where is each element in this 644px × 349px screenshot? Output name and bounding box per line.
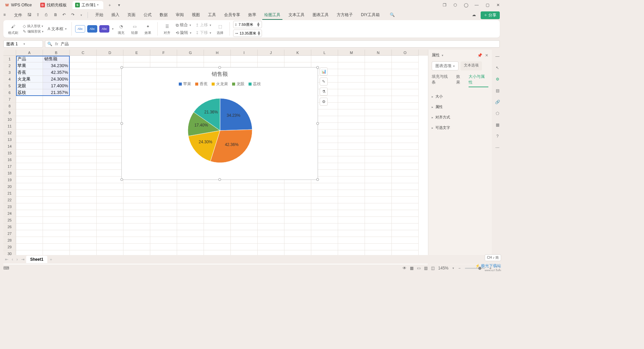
- col-header[interactable]: B: [43, 50, 70, 56]
- cursor-tool-icon[interactable]: ↖: [494, 64, 501, 71]
- cell-B2[interactable]: 34.230%: [43, 62, 70, 69]
- chart-options-tab[interactable]: 图表选项 ▾: [432, 61, 459, 70]
- tab-menu-button[interactable]: ▾: [115, 1, 123, 9]
- row-header[interactable]: 28: [3, 237, 16, 244]
- row-header[interactable]: 26: [3, 223, 16, 230]
- col-header[interactable]: J: [258, 50, 284, 56]
- select-all-corner[interactable]: [3, 50, 16, 56]
- menu-绘图工具[interactable]: 绘图工具: [262, 11, 282, 20]
- row-header[interactable]: 15: [3, 150, 16, 156]
- name-box[interactable]: 图表 1▾: [3, 40, 43, 48]
- col-header[interactable]: L: [311, 50, 338, 56]
- col-header[interactable]: A: [16, 50, 43, 56]
- chart-title[interactable]: 销售额: [122, 71, 318, 78]
- minimize-button[interactable]: —: [474, 3, 480, 7]
- col-header[interactable]: F: [150, 50, 177, 56]
- zoom-level[interactable]: 145%: [438, 266, 448, 270]
- last-sheet-button[interactable]: ⇥: [19, 257, 26, 262]
- legend-item[interactable]: 火龙果: [212, 81, 228, 87]
- col-header[interactable]: G: [177, 50, 204, 56]
- row-header[interactable]: 7: [3, 96, 16, 103]
- col-header[interactable]: N: [365, 50, 392, 56]
- export-icon[interactable]: ⇪: [36, 12, 42, 18]
- chart-legend[interactable]: 苹果香蕉火龙果龙眼荔枝: [122, 81, 318, 87]
- view-page-icon[interactable]: ▥: [424, 266, 428, 270]
- link-tool-icon[interactable]: 🔗: [494, 99, 501, 105]
- legend-item[interactable]: 苹果: [179, 81, 191, 87]
- app-tab-workbook[interactable]: S工作簿1•: [72, 1, 103, 9]
- fill-button[interactable]: ◔填充: [115, 22, 127, 36]
- width-input[interactable]: ↔▲▼: [233, 30, 262, 37]
- undo-icon[interactable]: ↶: [62, 12, 68, 18]
- shapes-tool-icon[interactable]: ⬠: [494, 110, 501, 117]
- resize-handle[interactable]: [218, 178, 221, 181]
- cell-A2[interactable]: 苹果: [16, 62, 43, 69]
- textbox-button[interactable]: A文本框▾: [46, 26, 68, 33]
- chart-style-button[interactable]: ✎: [320, 78, 328, 86]
- settings-tool-icon[interactable]: ⚙: [494, 76, 501, 83]
- zoom-out-button[interactable]: －: [458, 265, 462, 271]
- row-header[interactable]: 25: [3, 217, 16, 223]
- chart-settings-button[interactable]: ⚙: [320, 98, 328, 106]
- menu-公式[interactable]: 公式: [142, 11, 154, 20]
- hamburger-icon[interactable]: ≡: [3, 12, 9, 18]
- first-sheet-button[interactable]: ⇤: [3, 257, 10, 262]
- edit-shape[interactable]: ✎编辑形状▾: [21, 29, 45, 34]
- section-align[interactable]: 对齐方式: [432, 112, 488, 122]
- help-icon[interactable]: ?: [494, 133, 501, 140]
- effects-button[interactable]: ✦效果: [142, 22, 154, 36]
- row-header[interactable]: 22: [3, 197, 16, 203]
- row-header[interactable]: 27: [3, 230, 16, 237]
- print-icon[interactable]: ⎙: [45, 12, 50, 18]
- row-header[interactable]: 21: [3, 190, 16, 197]
- row-header[interactable]: 17: [3, 163, 16, 170]
- cube-icon[interactable]: ⬡: [452, 3, 458, 7]
- prev-sheet-button[interactable]: ‹: [10, 257, 15, 262]
- search-icon[interactable]: 🔍: [390, 12, 395, 18]
- status-mode-icon[interactable]: ⌨: [3, 266, 9, 270]
- resize-handle[interactable]: [218, 66, 221, 69]
- section-alt-text[interactable]: 可选文字: [432, 122, 488, 133]
- legend-item[interactable]: 龙眼: [232, 81, 245, 87]
- row-header[interactable]: 8: [3, 103, 16, 109]
- cascade-icon[interactable]: ❐: [441, 3, 447, 7]
- menu-开始[interactable]: 开始: [93, 11, 105, 20]
- menu-会员专享[interactable]: 会员专享: [222, 11, 242, 20]
- resize-handle[interactable]: [316, 178, 319, 181]
- text-options-tab[interactable]: 文本选项: [461, 61, 482, 70]
- save-icon[interactable]: 🖫: [28, 12, 33, 18]
- style-3[interactable]: Abc: [99, 25, 109, 33]
- qa-more[interactable]: ▾: [80, 13, 82, 17]
- share-button[interactable]: ✧ 分享: [481, 11, 500, 19]
- section-properties[interactable]: 属性: [432, 102, 488, 112]
- resize-handle[interactable]: [316, 66, 319, 69]
- row-header[interactable]: 20: [3, 183, 16, 190]
- cell-A3[interactable]: 香蕉: [16, 69, 43, 76]
- row-header[interactable]: 14: [3, 143, 16, 150]
- sheet-tab[interactable]: Sheet1: [26, 256, 47, 263]
- ime-indicator[interactable]: CH ♪ 简: [485, 254, 501, 261]
- maximize-button[interactable]: ▢: [484, 3, 490, 7]
- effect-tab[interactable]: 效果: [456, 74, 464, 87]
- layers-tool-icon[interactable]: ▤: [494, 87, 501, 94]
- view-normal-icon[interactable]: ▭: [417, 266, 421, 270]
- close-button[interactable]: ✕: [495, 3, 501, 7]
- col-header[interactable]: K: [284, 50, 311, 56]
- cell-A5[interactable]: 龙眼: [16, 83, 43, 89]
- cell-A6[interactable]: 荔枝: [16, 89, 43, 96]
- chart-filter-button[interactable]: ⚗: [320, 88, 328, 96]
- row-header[interactable]: 13: [3, 136, 16, 143]
- resize-handle[interactable]: [316, 122, 319, 125]
- add-sheet-button[interactable]: ＋: [47, 257, 55, 262]
- pin-icon[interactable]: 📌: [477, 53, 482, 58]
- menu-工具[interactable]: 工具: [206, 11, 218, 20]
- next-sheet-button[interactable]: ›: [15, 257, 19, 262]
- preview-icon[interactable]: 🗎: [54, 12, 59, 18]
- col-header[interactable]: O: [392, 50, 419, 56]
- menu-方方格子[interactable]: 方方格子: [335, 11, 355, 20]
- row-header[interactable]: 23: [3, 203, 16, 210]
- section-size[interactable]: 大小: [432, 91, 488, 102]
- height-input[interactable]: ↕▲▼: [233, 21, 262, 28]
- row-header[interactable]: 5: [3, 83, 16, 89]
- format-painter[interactable]: 🖌格式刷: [6, 22, 20, 36]
